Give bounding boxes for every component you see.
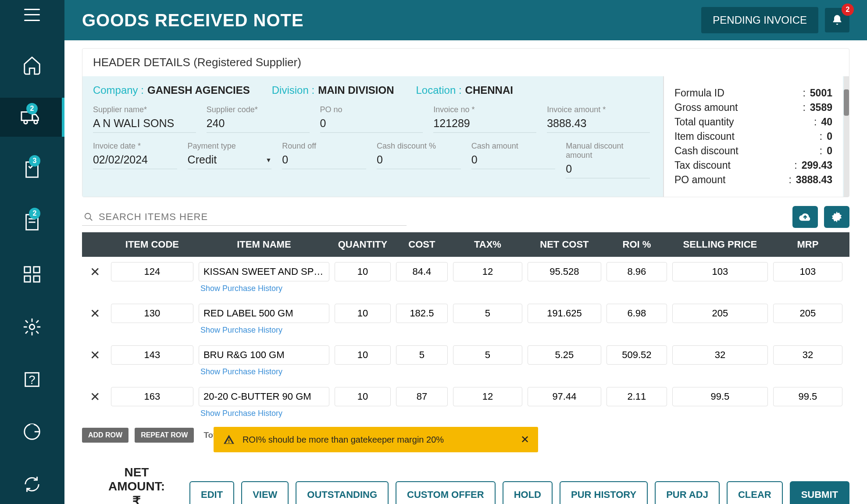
nav-doc[interactable]: 2	[0, 202, 64, 242]
sellingprice-cell[interactable]: 103	[672, 262, 768, 281]
nav-help[interactable]: ?	[0, 360, 64, 399]
submit-button[interactable]: SUBMIT	[790, 481, 849, 504]
search-items-input[interactable]	[99, 211, 405, 223]
field-value[interactable]: 0	[320, 117, 423, 133]
field-value[interactable]: 121289	[433, 117, 536, 133]
field-value[interactable]: Credit▼	[188, 153, 272, 169]
header-scrollbar[interactable]	[844, 76, 849, 197]
nav-settings[interactable]	[0, 307, 64, 347]
netcost-cell[interactable]: 95.528	[528, 262, 601, 281]
quantity-cell[interactable]: 10	[335, 387, 391, 406]
help-icon: ?	[22, 369, 42, 390]
field-value[interactable]: 0	[471, 153, 556, 169]
svg-rect-7	[25, 267, 30, 273]
item-name-cell[interactable]: BRU R&G 100 GM	[199, 345, 329, 365]
upload-button[interactable]	[792, 206, 818, 228]
gear-icon	[830, 210, 843, 224]
summary-label: Cash discount	[674, 145, 739, 157]
sellingprice-cell[interactable]: 32	[672, 345, 768, 365]
purchase-history-link[interactable]: Show Purchase History	[196, 326, 332, 335]
netcost-cell[interactable]: 191.625	[528, 304, 601, 323]
edit-button[interactable]: EDIT	[189, 481, 234, 504]
roi-cell[interactable]: 2.11	[607, 387, 667, 406]
nav-sync[interactable]	[0, 465, 64, 504]
clear-button[interactable]: CLEAR	[727, 481, 783, 504]
sellingprice-cell[interactable]: 205	[672, 304, 768, 323]
item-name-cell[interactable]: RED LABEL 500 GM	[199, 304, 329, 323]
cost-cell[interactable]: 84.4	[396, 262, 448, 281]
nav-home[interactable]	[0, 45, 64, 85]
add-row-button[interactable]: ADD ROW	[82, 428, 128, 443]
tax-cell[interactable]: 5	[453, 304, 522, 323]
mrp-cell[interactable]: 99.5	[773, 387, 842, 406]
hold-button[interactable]: HOLD	[503, 481, 553, 504]
item-code-cell[interactable]: 124	[111, 262, 193, 281]
cost-cell[interactable]: 5	[396, 345, 448, 365]
item-code-cell[interactable]: 163	[111, 387, 193, 406]
close-alert-icon[interactable]: ✕	[521, 433, 529, 446]
item-code-cell[interactable]: 130	[111, 304, 193, 323]
pur-adj-button[interactable]: PUR ADJ	[655, 481, 720, 504]
mrp-cell[interactable]: 103	[773, 262, 842, 281]
delete-row-icon[interactable]: ✕	[82, 387, 108, 404]
pending-invoice-button[interactable]: PENDING INVOICE	[701, 7, 818, 33]
netcost-cell[interactable]: 97.44	[528, 387, 601, 406]
roi-cell[interactable]: 8.96	[607, 262, 667, 281]
quantity-cell[interactable]: 10	[335, 304, 391, 323]
mrp-cell[interactable]: 205	[773, 304, 842, 323]
cost-cell[interactable]: 182.5	[396, 304, 448, 323]
delete-row-icon[interactable]: ✕	[82, 304, 108, 321]
form-field: Invoice no *121289	[433, 105, 536, 133]
purchase-history-link[interactable]: Show Purchase History	[196, 409, 332, 418]
summary-label: Total quantity	[674, 116, 734, 128]
hamburger-menu-icon[interactable]	[24, 9, 40, 21]
table-header-cell: QUANTITY	[332, 239, 393, 250]
delete-row-icon[interactable]: ✕	[82, 262, 108, 279]
view-button[interactable]: VIEW	[241, 481, 289, 504]
item-name-cell[interactable]: 20-20 C-BUTTER 90 GM	[199, 387, 329, 406]
mrp-cell[interactable]: 32	[773, 345, 842, 365]
quantity-cell[interactable]: 10	[335, 262, 391, 281]
field-value[interactable]: 0	[566, 163, 650, 178]
roi-cell[interactable]: 6.98	[607, 304, 667, 323]
field-value[interactable]: 0	[377, 153, 461, 169]
nav-goods[interactable]: 2	[0, 98, 64, 137]
nav-checklist[interactable]: 3	[0, 150, 64, 189]
delete-row-icon[interactable]: ✕	[82, 345, 108, 362]
field-value[interactable]: A N WALI SONS	[93, 117, 196, 133]
summary-value: 40	[821, 116, 832, 128]
custom-offer-button[interactable]: CUSTOM OFFER	[396, 481, 496, 504]
notifications-button[interactable]: 2	[825, 8, 849, 32]
purchase-history-link[interactable]: Show Purchase History	[196, 367, 332, 376]
topbar: GOODS RECEIVED NOTE PENDING INVOICE 2	[64, 0, 867, 40]
tax-cell[interactable]: 5	[453, 345, 522, 365]
sellingprice-cell[interactable]: 99.5	[672, 387, 768, 406]
field-label: Invoice amount *	[547, 105, 650, 114]
tax-cell[interactable]: 12	[453, 262, 522, 281]
nav-grid[interactable]	[0, 255, 64, 295]
roi-cell[interactable]: 509.52	[607, 345, 667, 365]
quantity-cell[interactable]: 10	[335, 345, 391, 365]
purchase-history-link[interactable]: Show Purchase History	[196, 284, 332, 293]
settings-button[interactable]	[824, 206, 849, 228]
field-value[interactable]: 02/02/2024	[93, 153, 177, 169]
field-value[interactable]: 0	[282, 153, 366, 169]
outstanding-button[interactable]: OUTSTANDING	[296, 481, 389, 504]
items-table: ITEM CODEITEM NAMEQUANTITYCOSTTAX%NET CO…	[82, 232, 849, 423]
svg-text:?: ?	[29, 373, 36, 386]
table-header-cell: NET COST	[525, 239, 604, 250]
logout-icon	[22, 422, 42, 442]
tax-cell[interactable]: 12	[453, 387, 522, 406]
item-name-cell[interactable]: KISSAN SWEET AND SPICY S	[199, 262, 329, 281]
table-header-cell: ITEM CODE	[108, 239, 196, 250]
item-code-cell[interactable]: 143	[111, 345, 193, 365]
cost-cell[interactable]: 87	[396, 387, 448, 406]
net-amount: NET AMOUNT: ₹ 3888.43	[108, 465, 165, 504]
field-value[interactable]: 240	[207, 117, 310, 133]
repeat-row-button[interactable]: REPEAT ROW	[135, 428, 194, 443]
field-label: Round off	[282, 142, 366, 151]
field-value[interactable]: 3888.43	[547, 117, 650, 133]
pur-history-button[interactable]: PUR HISTORY	[560, 481, 648, 504]
netcost-cell[interactable]: 5.25	[528, 345, 601, 365]
nav-logout[interactable]	[0, 412, 64, 452]
